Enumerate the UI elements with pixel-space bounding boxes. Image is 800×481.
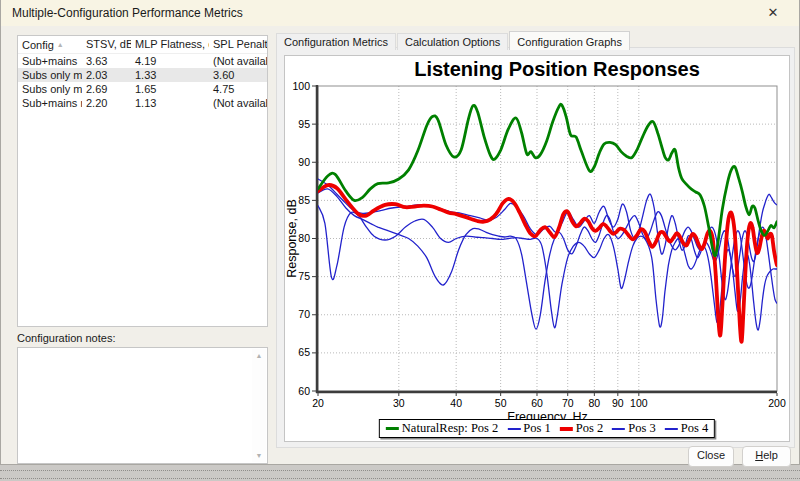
- column-header[interactable]: SPL Penalty, dB: [209, 36, 267, 53]
- column-header[interactable]: Config▲: [18, 36, 82, 53]
- background-dotted-line: [0, 470, 800, 471]
- scroll-down-icon[interactable]: ▼: [256, 452, 263, 459]
- table-cell: 4.75: [209, 82, 267, 96]
- listening-position-responses-chart: 2030405060708090100200606570758085909510…: [285, 56, 789, 441]
- metrics-dialog: Multiple-Configuration Performance Metri…: [0, 0, 800, 465]
- screen: Multiple-Configuration Performance Metri…: [0, 0, 800, 481]
- chart-panel: 2030405060708090100200606570758085909510…: [284, 55, 790, 442]
- configuration-notes-input[interactable]: [20, 350, 251, 461]
- x-tick-label: 40: [450, 397, 462, 409]
- legend-line-swatch: [560, 427, 573, 431]
- legend-line-swatch: [665, 428, 678, 430]
- tab-configuration-metrics[interactable]: Configuration Metrics: [276, 33, 396, 50]
- x-tick-label: 20: [312, 397, 324, 409]
- legend-line-swatch: [386, 427, 399, 430]
- x-tick-label: 200: [768, 397, 786, 409]
- legend-label: NaturalResp: Pos 2: [402, 421, 499, 436]
- table-cell: 2.69: [82, 82, 131, 96]
- y-tick-label: 80: [298, 232, 310, 244]
- x-tick-label: 50: [495, 397, 507, 409]
- table-cell: 4.19: [131, 54, 209, 68]
- table-row[interactable]: Sub+mains mu...2.201.13(Not available): [18, 96, 267, 110]
- tab-calculation-options[interactable]: Calculation Options: [397, 33, 508, 50]
- configuration-notes-label: Configuration notes:: [17, 332, 115, 344]
- table-cell: 3.63: [82, 54, 131, 68]
- y-tick-label: 95: [298, 118, 310, 130]
- legend-label: Pos 3: [628, 421, 655, 436]
- y-tick-label: 100: [292, 80, 310, 92]
- y-tick-label: 90: [298, 156, 310, 168]
- table-cell: 3.60: [209, 68, 267, 82]
- legend-item: Pos 1: [507, 421, 550, 436]
- column-header[interactable]: STSV, dB: [82, 36, 131, 53]
- tab-page-configuration-graphs: 2030405060708090100200606570758085909510…: [276, 47, 795, 448]
- y-tick-label: 75: [298, 270, 310, 282]
- x-tick-label: 80: [589, 397, 601, 409]
- x-tick-label: 70: [562, 397, 574, 409]
- help-button-label: Help: [743, 447, 790, 464]
- background-dotted-line: [0, 478, 800, 479]
- legend-item: NaturalResp: Pos 2: [386, 421, 499, 436]
- background-window-strip: [0, 466, 800, 481]
- table-body: Sub+mains3.634.19(Not available)Subs onl…: [18, 54, 267, 110]
- table-cell: 2.20: [82, 96, 131, 110]
- window-title: Multiple-Configuration Performance Metri…: [12, 6, 243, 20]
- legend-item: Pos 4: [665, 421, 708, 436]
- table-header-row: Config▲STSV, dBMLP Flatness, dBSPL Penal…: [18, 36, 267, 54]
- x-tick-label: 90: [612, 397, 624, 409]
- sort-ascending-icon: ▲: [57, 41, 64, 48]
- table-cell: 1.33: [131, 68, 209, 82]
- legend-label: Pos 2: [576, 421, 603, 436]
- x-tick-label: 100: [630, 397, 648, 409]
- table-cell: Subs only manual: [18, 82, 82, 96]
- table-cell: 2.03: [82, 68, 131, 82]
- table-cell: 1.65: [131, 82, 209, 96]
- notes-scrollbar[interactable]: ▲ ▼: [252, 349, 266, 462]
- table-row[interactable]: Sub+mains3.634.19(Not available): [18, 54, 267, 68]
- legend-line-swatch: [507, 428, 520, 430]
- title-bar: Multiple-Configuration Performance Metri…: [1, 0, 799, 26]
- close-icon[interactable]: ✕: [763, 4, 783, 22]
- tab-strip: Configuration MetricsCalculation Options…: [276, 31, 631, 50]
- y-axis-title: Response, dB: [285, 199, 299, 278]
- column-header[interactable]: MLP Flatness, dB: [131, 36, 209, 53]
- legend-line-swatch: [612, 428, 625, 430]
- metrics-table: Config▲STSV, dBMLP Flatness, dBSPL Penal…: [17, 35, 268, 327]
- legend-item: Pos 2: [560, 421, 603, 436]
- tab-configuration-graphs[interactable]: Configuration Graphs: [509, 31, 630, 50]
- scroll-up-icon[interactable]: ▲: [256, 352, 263, 359]
- table-cell: Subs only multi...: [18, 68, 82, 82]
- configuration-notes-box: ▲ ▼: [17, 347, 268, 464]
- x-tick-label: 60: [531, 397, 543, 409]
- table-row[interactable]: Subs only multi...2.031.333.60: [18, 68, 267, 82]
- legend-item: Pos 3: [612, 421, 655, 436]
- help-button[interactable]: Help: [742, 446, 791, 467]
- x-tick-label: 30: [393, 397, 405, 409]
- y-tick-label: 60: [298, 385, 310, 397]
- y-tick-label: 85: [298, 194, 310, 206]
- table-row[interactable]: Subs only manual2.691.654.75: [18, 82, 267, 96]
- legend-label: Pos 1: [523, 421, 550, 436]
- close-button-label: Close: [689, 447, 733, 464]
- close-button[interactable]: Close: [688, 446, 734, 467]
- chart-legend: NaturalResp: Pos 2Pos 1Pos 2Pos 3Pos 4: [379, 419, 715, 438]
- table-cell: Sub+mains mu...: [18, 96, 82, 110]
- chart-title: Listening Position Responses: [414, 58, 700, 80]
- table-cell: Sub+mains: [18, 54, 82, 68]
- table-cell: 1.13: [131, 96, 209, 110]
- y-tick-label: 70: [298, 308, 310, 320]
- legend-label: Pos 4: [681, 421, 708, 436]
- table-cell: (Not available): [209, 54, 267, 68]
- table-cell: (Not available): [209, 96, 267, 110]
- y-tick-label: 65: [298, 346, 310, 358]
